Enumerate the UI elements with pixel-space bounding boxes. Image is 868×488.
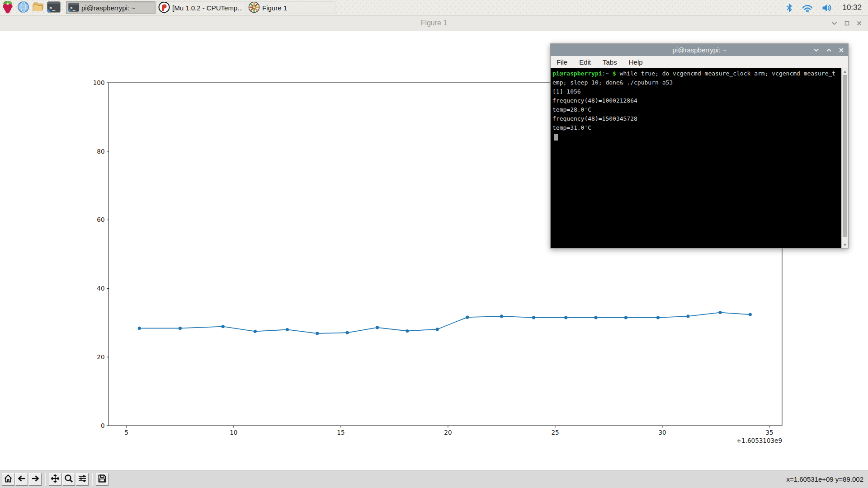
- data-point-marker: [376, 326, 379, 329]
- cursor-position-readout: x=1.60531e+09 y=89.002: [786, 470, 863, 488]
- x-tick-label: 20: [444, 429, 452, 436]
- forward-button[interactable]: [29, 473, 42, 486]
- back-icon: [17, 474, 26, 485]
- x-axis-offset-label: +1.6053103e9: [736, 437, 782, 444]
- home-icon: [4, 474, 13, 485]
- svg-text:>_: >_: [49, 5, 56, 11]
- task-label: [Mu 1.0.2 - CPUTemp....: [172, 4, 242, 12]
- terminal-titlebar[interactable]: pi@raspberrypi: ~: [551, 44, 848, 56]
- terminal-launcher-button[interactable]: >_: [46, 0, 61, 15]
- data-point-marker: [624, 316, 627, 319]
- data-point-marker: [564, 316, 567, 319]
- terminal-line: [1] 1056: [551, 87, 841, 96]
- terminal-icon: >_: [68, 2, 79, 14]
- clock: 10:32: [842, 3, 862, 12]
- taskbar-task-figure[interactable]: Figure 1: [246, 1, 335, 14]
- volume-icon[interactable]: [822, 4, 833, 12]
- maximize-icon[interactable]: [844, 21, 849, 26]
- x-tick-label: 5: [125, 429, 129, 436]
- file-manager-button[interactable]: [31, 0, 46, 15]
- terminal-line: emp; sleep 10; done& ./cpuburn-a53: [551, 78, 841, 87]
- forward-icon: [31, 474, 40, 485]
- matplotlib-icon: [248, 1, 260, 14]
- menu-edit[interactable]: Edit: [579, 58, 591, 66]
- zoom-button[interactable]: [62, 473, 75, 486]
- terminal-body[interactable]: pi@raspberrypi:~ $ while true; do vcgenc…: [551, 68, 848, 248]
- subplots-button[interactable]: [76, 473, 89, 486]
- terminal-cursor: [554, 134, 558, 141]
- scroll-down-icon[interactable]: ▼: [842, 242, 848, 248]
- task-label: pi@raspberrypi: ~: [81, 4, 135, 12]
- menu-file[interactable]: File: [557, 58, 567, 66]
- data-point-marker: [406, 329, 409, 333]
- x-tick-label: 10: [230, 429, 237, 436]
- terminal-line: pi@raspberrypi:~ $ while true; do vcgenc…: [551, 69, 841, 78]
- minimize-icon[interactable]: [831, 21, 837, 25]
- terminal-icon: >_: [47, 1, 61, 15]
- data-point-marker: [500, 314, 503, 318]
- toolbar-separator: [92, 473, 93, 486]
- zoom-icon: [64, 474, 73, 485]
- y-tick-label: 40: [97, 285, 104, 292]
- data-point-marker: [222, 325, 225, 328]
- y-tick-label: 80: [97, 148, 104, 155]
- data-point-marker: [749, 313, 752, 316]
- data-point-marker: [594, 316, 597, 319]
- terminal-window: pi@raspberrypi: ~ File Edit Tabs Help pi…: [550, 43, 849, 249]
- save-button[interactable]: [96, 473, 108, 486]
- raspberry-icon: [1, 0, 14, 15]
- folder-icon: [32, 1, 45, 14]
- data-point-marker: [254, 330, 257, 333]
- data-point-marker: [532, 316, 535, 319]
- terminal-window-title: pi@raspberrypi: ~: [551, 44, 848, 56]
- taskbar-task-terminal[interactable]: >_ pi@raspberrypi: ~: [66, 1, 156, 14]
- y-tick-label: 0: [101, 422, 105, 429]
- web-browser-button[interactable]: [15, 0, 31, 15]
- matplotlib-toolbar: x=1.60531e+09 y=89.002: [0, 470, 868, 488]
- scroll-up-icon[interactable]: ▲: [842, 68, 848, 75]
- back-button[interactable]: [15, 473, 28, 486]
- data-point-marker: [179, 327, 182, 330]
- subplots-icon: [78, 474, 87, 485]
- menu-help[interactable]: Help: [629, 58, 643, 66]
- data-point-marker: [138, 327, 141, 330]
- maximize-icon[interactable]: [826, 48, 831, 52]
- menu-tabs[interactable]: Tabs: [603, 58, 617, 66]
- close-icon[interactable]: [839, 48, 844, 52]
- terminal-line: temp=28.0'C: [551, 105, 841, 114]
- terminal-output[interactable]: pi@raspberrypi:~ $ while true; do vcgenc…: [551, 69, 841, 248]
- data-point-marker: [656, 316, 660, 319]
- figure-window-title: Figure 1: [0, 15, 868, 31]
- system-tray: 10:32: [786, 3, 868, 13]
- terminal-line: frequency(48)=1000212864: [551, 96, 841, 105]
- data-point-marker: [436, 328, 439, 331]
- data-point-marker: [346, 331, 349, 334]
- x-tick-label: 15: [337, 429, 344, 436]
- taskbar-task-mu[interactable]: [Mu 1.0.2 - CPUTemp....: [156, 1, 245, 14]
- taskbar: >_ >_ pi@raspberrypi: ~ [Mu 1.0.2 - CPUT…: [0, 0, 868, 16]
- wifi-icon[interactable]: [802, 4, 813, 12]
- mu-icon: [158, 1, 170, 14]
- terminal-line: [551, 132, 841, 141]
- x-tick-label: 30: [658, 429, 666, 436]
- x-tick-label: 25: [551, 429, 559, 436]
- pan-button[interactable]: [49, 473, 61, 486]
- bluetooth-icon[interactable]: [786, 3, 793, 13]
- save-icon: [98, 474, 107, 485]
- close-icon[interactable]: [857, 21, 862, 26]
- svg-text:>_: >_: [70, 5, 75, 11]
- home-button[interactable]: [2, 473, 14, 486]
- task-label: Figure 1: [262, 4, 287, 12]
- data-point-marker: [718, 311, 722, 314]
- globe-icon: [17, 1, 29, 15]
- terminal-line: frequency(48)=1500345728: [551, 114, 841, 123]
- terminal-scrollbar[interactable]: ▲ ▼: [841, 68, 848, 248]
- minimize-icon[interactable]: [814, 48, 819, 52]
- terminal-line: temp=31.0'C: [551, 123, 841, 132]
- menu-button[interactable]: [0, 0, 15, 15]
- scrollbar-thumb[interactable]: [843, 75, 847, 237]
- figure-titlebar: Figure 1: [0, 15, 868, 31]
- data-point-marker: [466, 316, 469, 319]
- data-point-marker: [686, 314, 689, 318]
- y-tick-label: 60: [97, 216, 104, 223]
